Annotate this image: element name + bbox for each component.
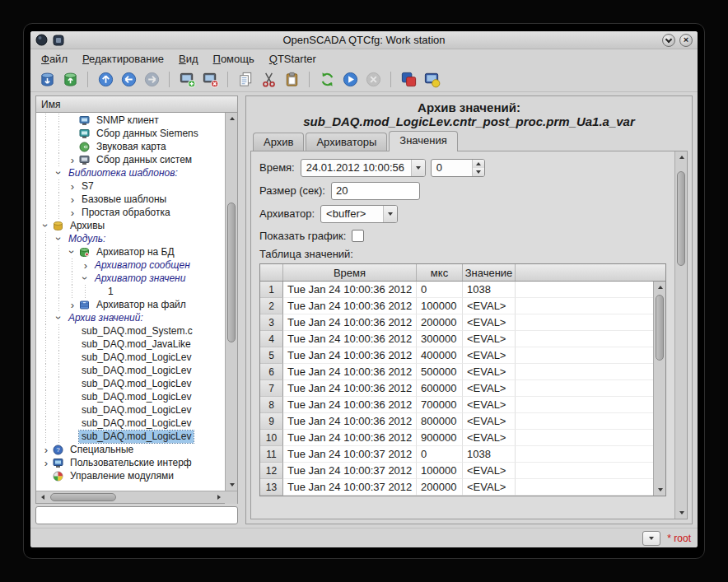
scroll-right-button[interactable] [212, 491, 225, 503]
tree-filter-input[interactable] [35, 506, 238, 524]
tree-expander-icon[interactable]: › [66, 298, 79, 311]
cell-value[interactable]: <EVAL> [463, 331, 516, 347]
cell-time[interactable]: Tue Jan 24 10:00:37 2012 [283, 463, 417, 479]
add-item-button[interactable] [177, 70, 197, 90]
cell-value[interactable]: <EVAL> [463, 380, 516, 397]
archiver-combobox[interactable]: <buffer> [320, 205, 398, 223]
tree-item[interactable]: sub_DAQ.mod_LogicLev [36, 377, 225, 390]
table-row[interactable]: 9Tue Jan 24 10:00:36 2012800000<EVAL> [260, 413, 653, 430]
back-button[interactable] [119, 70, 138, 90]
titlebar[interactable]: OpenSCADA QTCfg: Work station × [30, 31, 698, 49]
column-header-usec[interactable]: мкс [417, 264, 463, 281]
tree-item[interactable]: sub_DAQ.mod_LogicLev [36, 430, 225, 443]
tree-item[interactable]: ›Простая обработка [36, 206, 225, 219]
cell-value[interactable]: <EVAL> [463, 364, 516, 380]
qtcfg-window-button[interactable] [399, 70, 418, 90]
size-input[interactable]: 20 [331, 182, 420, 200]
menu-qtstarter[interactable]: QTStarter [262, 51, 324, 67]
table-row[interactable]: 1Tue Jan 24 10:00:36 201201038 [260, 282, 653, 298]
tree-item[interactable]: ›Архиватор на БД [36, 245, 225, 258]
table-row[interactable]: 13Tue Jan 24 10:00:37 2012200000<EVAL> [260, 479, 653, 496]
tree-item[interactable]: ›Сбор данных систем [36, 153, 225, 166]
cell-usec[interactable]: 300000 [417, 331, 463, 347]
table-row[interactable]: 10Tue Jan 24 10:00:36 2012900000<EVAL> [260, 430, 653, 446]
tree-item[interactable]: sub_DAQ.mod_LogicLev [36, 390, 225, 403]
table-row[interactable]: 11Tue Jan 24 10:00:37 201201038 [260, 446, 653, 463]
minimize-button[interactable] [662, 34, 675, 47]
scroll-track[interactable] [654, 293, 665, 484]
cut-button[interactable] [259, 70, 278, 90]
tree-item[interactable]: 1 [36, 285, 225, 298]
tab-archive[interactable]: Архив [253, 133, 304, 151]
cell-time[interactable]: Tue Jan 24 10:00:36 2012 [283, 314, 417, 331]
vision-window-button[interactable] [422, 70, 441, 90]
cell-usec[interactable]: 600000 [417, 380, 463, 397]
scroll-left-button[interactable] [36, 491, 49, 503]
cell-usec[interactable]: 0 [417, 446, 463, 463]
column-header-time[interactable]: Время [283, 264, 417, 281]
table-row[interactable]: 8Tue Jan 24 10:00:36 2012700000<EVAL> [260, 397, 653, 413]
time-combobox[interactable]: 24.01.2012 10:00:56 [301, 159, 426, 177]
tree-item[interactable]: ›Пользовательские интерф [36, 456, 225, 469]
tree-item[interactable]: Звуковая карта [36, 140, 225, 153]
tree-item[interactable]: SNMP клиент [36, 114, 225, 127]
cell-value[interactable]: 1038 [463, 282, 516, 298]
cell-usec[interactable]: 0 [417, 282, 463, 298]
table-row[interactable]: 3Tue Jan 24 10:00:36 2012200000<EVAL> [260, 314, 653, 331]
tree-item[interactable]: ›Архиватор значени [36, 272, 225, 285]
usec-spinbox[interactable]: 0 [431, 159, 485, 177]
cell-time[interactable]: Tue Jan 24 10:00:36 2012 [283, 331, 417, 347]
tree-item[interactable]: sub_DAQ.mod_LogicLev [36, 403, 225, 417]
tree-item[interactable]: sub_DAQ.mod_System.c [36, 324, 225, 338]
tree-item[interactable]: sub_DAQ.mod_LogicLev [36, 417, 225, 430]
tree-expander-icon[interactable]: › [53, 311, 66, 324]
tree-item[interactable]: ›Модуль: [36, 232, 225, 245]
status-dropdown[interactable] [642, 531, 660, 546]
copy-button[interactable] [236, 70, 255, 90]
tree-vertical-scrollbar[interactable] [225, 113, 237, 491]
tree-item[interactable]: ›Архивы [36, 219, 225, 232]
tree-expander-icon[interactable]: › [66, 179, 79, 193]
cell-time[interactable]: Tue Jan 24 10:00:37 2012 [283, 446, 417, 463]
cell-value[interactable]: <EVAL> [463, 397, 516, 413]
menu-help[interactable]: Помощь [206, 51, 262, 67]
cell-usec[interactable]: 100000 [417, 298, 463, 314]
tree-item[interactable]: Сбор данных Siemens [36, 127, 225, 140]
menu-edit[interactable]: Редактирование [75, 51, 171, 67]
tree-item[interactable]: sub_DAQ.mod_LogicLev [36, 351, 225, 364]
table-row[interactable]: 6Tue Jan 24 10:00:36 2012500000<EVAL> [260, 364, 653, 380]
table-row[interactable]: 7Tue Jan 24 10:00:36 2012600000<EVAL> [260, 380, 653, 397]
scroll-down-button[interactable] [675, 507, 688, 519]
cell-usec[interactable]: 400000 [417, 347, 463, 364]
cell-time[interactable]: Tue Jan 24 10:00:36 2012 [283, 413, 417, 430]
refresh-button[interactable] [317, 70, 337, 90]
column-header-value[interactable]: Значение [463, 264, 516, 281]
scroll-track[interactable] [675, 163, 687, 507]
paste-button[interactable] [282, 70, 301, 90]
tab-archivators[interactable]: Архиваторы [306, 133, 387, 151]
tree-item[interactable]: ›Архив значений: [36, 311, 225, 324]
tab-values[interactable]: Значения [389, 131, 457, 151]
tree-expander-icon[interactable]: › [66, 206, 79, 219]
table-row[interactable]: 12Tue Jan 24 10:00:37 2012100000<EVAL> [260, 463, 653, 479]
save-to-db-button[interactable] [60, 70, 80, 90]
cell-time[interactable]: Tue Jan 24 10:00:36 2012 [283, 430, 417, 446]
scroll-track[interactable] [226, 124, 237, 479]
cell-value[interactable]: <EVAL> [463, 430, 516, 446]
spin-down-button[interactable] [473, 168, 484, 176]
scroll-thumb[interactable] [50, 493, 116, 501]
spin-up-button[interactable] [473, 160, 484, 168]
tree-item[interactable]: ›Архиватор сообщен [36, 258, 225, 272]
menu-view[interactable]: Вид [171, 51, 206, 67]
cell-usec[interactable]: 700000 [417, 397, 463, 413]
load-from-db-button[interactable] [37, 70, 57, 90]
cell-value[interactable]: <EVAL> [463, 413, 516, 430]
scroll-thumb[interactable] [227, 203, 236, 342]
tree-expander-icon[interactable]: › [40, 456, 53, 469]
tree-item[interactable]: ›Базовые шаблоны [36, 193, 225, 206]
tree-expander-icon[interactable]: › [40, 443, 53, 456]
cell-usec[interactable]: 200000 [417, 314, 463, 331]
close-button[interactable]: × [679, 34, 693, 47]
scroll-down-button[interactable] [226, 479, 238, 491]
delete-item-button[interactable] [200, 70, 220, 90]
